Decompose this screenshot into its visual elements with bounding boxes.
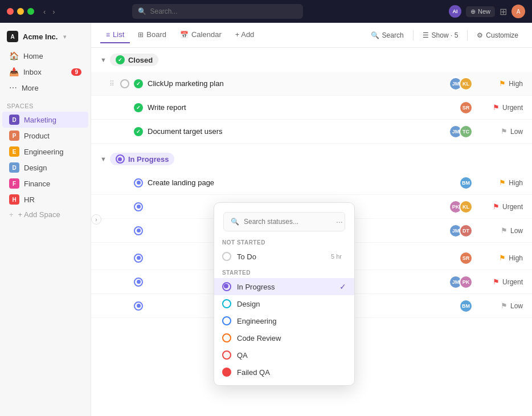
sidebar-item-label: More bbox=[22, 84, 39, 92]
ai-badge[interactable]: AI bbox=[449, 5, 461, 18]
started-section-title: STARTED bbox=[214, 265, 354, 278]
new-button[interactable]: ⊕ New bbox=[466, 6, 495, 17]
more-icon: ⋯ bbox=[9, 83, 17, 92]
flag-icon: ⚑ bbox=[501, 226, 508, 235]
sidebar-item-more[interactable]: ⋯ More bbox=[2, 80, 88, 96]
grid-icon[interactable]: ⊞ bbox=[500, 6, 507, 17]
global-search-bar[interactable]: 🔍 bbox=[132, 4, 303, 19]
space-item-engineering[interactable]: E Engineering bbox=[2, 144, 88, 160]
sidebar-item-home[interactable]: 🏠 Home bbox=[2, 48, 88, 64]
add-space-label: + Add Space bbox=[18, 210, 60, 219]
status-item-code-review[interactable]: Code Review bbox=[214, 329, 354, 346]
show-button[interactable]: ☰ Show · 5 bbox=[418, 28, 463, 42]
show-icon: ☰ bbox=[423, 31, 429, 39]
space-item-design[interactable]: D Design bbox=[2, 160, 88, 176]
space-item-marketing[interactable]: D Marketing bbox=[2, 112, 88, 128]
tab-calendar[interactable]: 📅 Calendar bbox=[174, 27, 227, 43]
status-item-todo[interactable]: To Do 5 hr bbox=[214, 248, 354, 265]
status-item-label: Failed QA bbox=[237, 368, 270, 377]
priority-label: Low bbox=[510, 227, 523, 235]
inbox-icon: 📥 bbox=[9, 67, 19, 76]
priority-label: Low bbox=[510, 302, 523, 310]
task-avatars: JM TC bbox=[452, 125, 473, 138]
tab-calendar-label: Calendar bbox=[191, 30, 222, 39]
search-label: Search bbox=[382, 31, 404, 39]
status-pill-in-progress: In Progress bbox=[110, 153, 175, 165]
search-button[interactable]: 🔍 Search bbox=[366, 28, 408, 42]
not-started-section-title: NOT STARTED bbox=[214, 235, 354, 248]
status-item-qa[interactable]: QA bbox=[214, 346, 354, 364]
forward-button[interactable]: › bbox=[50, 6, 57, 17]
back-button[interactable]: ‹ bbox=[41, 6, 48, 17]
task-name: Write report bbox=[148, 103, 458, 112]
add-view-label: + Add bbox=[235, 30, 255, 39]
sidebar-item-inbox[interactable]: 📥 Inbox 9 bbox=[2, 64, 88, 80]
workspace-name: Acme Inc. bbox=[23, 32, 58, 41]
task-status-in-progress bbox=[134, 301, 143, 311]
priority-label: High bbox=[509, 80, 523, 88]
table-row[interactable]: ⠿ Write report SR ⚑ Urgent bbox=[91, 96, 532, 120]
space-label-marketing: Marketing bbox=[24, 116, 56, 124]
priority-badge: ⚑ Low bbox=[477, 226, 523, 235]
close-dot[interactable] bbox=[7, 8, 14, 15]
group-header-closed[interactable]: ▼ Closed bbox=[91, 48, 532, 72]
status-dropdown: 🔍 ··· NOT STARTED To Do 5 hr STARTED In … bbox=[214, 202, 355, 386]
avatar: SR bbox=[459, 251, 473, 265]
minimize-dot[interactable] bbox=[17, 8, 24, 15]
space-dot-finance: F bbox=[9, 178, 19, 189]
priority-badge: ⚑ High bbox=[477, 79, 523, 88]
status-item-failed-qa[interactable]: Failed QA bbox=[214, 364, 354, 381]
customize-button[interactable]: ⚙ Customize bbox=[472, 28, 523, 42]
dropdown-menu-button[interactable]: ··· bbox=[334, 216, 345, 227]
priority-badge: ⚑ Low bbox=[477, 127, 523, 136]
show-label: Show · 5 bbox=[432, 31, 459, 39]
task-checkbox[interactable] bbox=[120, 79, 129, 88]
space-dot-engineering: E bbox=[9, 146, 19, 157]
status-item-in-progress[interactable]: In Progress ✓ bbox=[214, 278, 354, 295]
tab-list[interactable]: ≡ List bbox=[100, 27, 130, 43]
status-search-input[interactable] bbox=[244, 218, 329, 226]
global-search-input[interactable] bbox=[150, 7, 297, 15]
add-view-button[interactable]: + Add bbox=[230, 27, 260, 43]
table-row[interactable]: ⠿ ClickUp marketing plan JM KL ⚑ High bbox=[91, 72, 532, 96]
status-item-label: Code Review bbox=[237, 334, 281, 342]
flag-icon: ⚑ bbox=[499, 79, 506, 88]
nav-arrows: ‹ › bbox=[41, 6, 58, 17]
add-space-button[interactable]: + + Add Space bbox=[2, 207, 88, 222]
sidebar-collapse-toggle[interactable]: › bbox=[91, 214, 101, 225]
task-avatars: BM bbox=[463, 176, 473, 190]
task-status-in-progress bbox=[134, 202, 143, 211]
tab-board[interactable]: ⊞ Board bbox=[132, 27, 172, 43]
space-item-hr[interactable]: H HR bbox=[2, 191, 88, 207]
status-item-label: To Do bbox=[237, 252, 256, 261]
status-item-design[interactable]: Design bbox=[214, 295, 354, 312]
in-progress-status-icon bbox=[116, 154, 125, 164]
user-avatar[interactable]: A bbox=[511, 5, 525, 18]
flag-icon: ⚑ bbox=[499, 178, 506, 187]
space-item-product[interactable]: P Product bbox=[2, 128, 88, 144]
drag-handle-icon: ⠿ bbox=[109, 80, 114, 88]
space-dot-product: P bbox=[9, 130, 19, 141]
workspace-header[interactable]: A Acme Inc. ▾ bbox=[0, 27, 91, 46]
board-icon: ⊞ bbox=[138, 31, 144, 39]
titlebar: ‹ › 🔍 AI ⊕ New ⊞ A bbox=[0, 0, 532, 23]
maximize-dot[interactable] bbox=[27, 8, 34, 15]
gear-icon: ⚙ bbox=[477, 31, 483, 39]
task-status-in-progress bbox=[134, 226, 143, 235]
table-row[interactable]: ⠿ Document target users JM TC ⚑ Low bbox=[91, 120, 532, 144]
table-row[interactable]: ⠿ Create landing page BM ⚑ High bbox=[91, 171, 532, 195]
in-progress-status-icon bbox=[222, 282, 231, 291]
status-search-bar[interactable]: 🔍 ··· bbox=[223, 212, 345, 231]
space-item-finance[interactable]: F Finance bbox=[2, 176, 88, 191]
flag-icon: ⚑ bbox=[493, 103, 500, 112]
priority-label: Urgent bbox=[502, 278, 523, 286]
space-label-hr: HR bbox=[24, 195, 35, 204]
closed-status-icon bbox=[116, 55, 125, 64]
sidebar-nav: 🏠 Home 📥 Inbox 9 ⋯ More bbox=[0, 48, 91, 96]
flag-icon: ⚑ bbox=[493, 278, 500, 286]
priority-badge: ⚑ Urgent bbox=[477, 202, 523, 211]
group-header-in-progress[interactable]: ▼ In Progress bbox=[91, 147, 532, 171]
status-item-engineering[interactable]: Engineering bbox=[214, 312, 354, 329]
task-avatars: JM KL bbox=[452, 77, 473, 91]
toolbar-divider bbox=[413, 30, 414, 40]
